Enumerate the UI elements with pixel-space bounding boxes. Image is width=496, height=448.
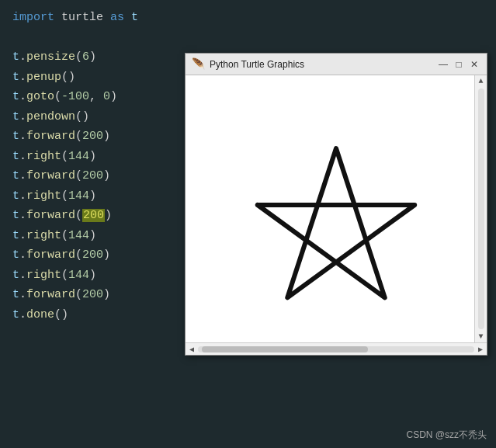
watermark: CSDN @szz不秃头 — [406, 429, 487, 442]
keyword-as: as — [110, 11, 124, 24]
keyword-import: import — [12, 11, 54, 24]
scroll-down-arrow[interactable]: ▼ — [478, 331, 483, 342]
turtle-canvas-container: ▲ ▼ — [186, 75, 487, 342]
scrollbar-bottom[interactable]: ◀ ▶ — [186, 342, 487, 355]
close-button[interactable]: ✕ — [468, 58, 480, 71]
line-blank — [12, 28, 484, 48]
turtle-window-controls[interactable]: — □ ✕ — [437, 58, 480, 71]
turtle-app-icon: 🪶 — [192, 57, 205, 71]
highlighted-value: 200 — [82, 209, 105, 222]
star-path — [258, 148, 414, 297]
scrollbar-right[interactable]: ▲ ▼ — [474, 75, 487, 342]
scroll-track-vertical — [478, 89, 484, 329]
scroll-up-arrow[interactable]: ▲ — [478, 75, 483, 87]
scroll-track-horizontal — [198, 346, 474, 352]
turtle-star-canvas — [186, 75, 487, 342]
turtle-titlebar: 🪶 Python Turtle Graphics — □ ✕ — [186, 54, 487, 75]
minimize-button[interactable]: — — [437, 58, 449, 71]
maximize-button[interactable]: □ — [453, 58, 465, 71]
line-import: import turtle as t — [12, 8, 484, 28]
turtle-title-left: 🪶 Python Turtle Graphics — [192, 57, 304, 71]
turtle-title-text: Python Turtle Graphics — [210, 59, 304, 70]
watermark-text: CSDN @szz不秃头 — [406, 429, 487, 440]
scroll-left-arrow[interactable]: ◀ — [187, 345, 196, 354]
scroll-right-arrow[interactable]: ▶ — [476, 345, 485, 354]
turtle-window: 🪶 Python Turtle Graphics — □ ✕ ▲ — [185, 53, 487, 356]
scroll-thumb-horizontal — [202, 346, 368, 352]
